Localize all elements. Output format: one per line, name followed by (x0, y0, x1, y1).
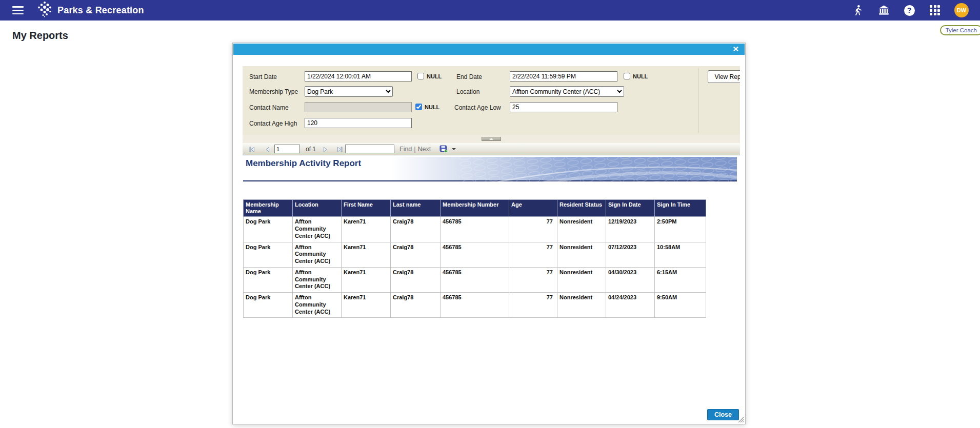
cell: Karen71 (342, 242, 391, 267)
app-logo-icon (37, 1, 52, 19)
contact-age-low-input[interactable] (510, 102, 617, 112)
start-date-input[interactable] (305, 71, 412, 81)
collapse-handle[interactable] (482, 137, 501, 141)
cell: Craig78 (391, 217, 441, 242)
contact-age-high-label: Contact Age High (249, 120, 297, 127)
start-date-label: Start Date (249, 73, 277, 80)
cell: 456785 (441, 293, 509, 318)
location-select[interactable]: Affton Community Center (ACC) (510, 86, 624, 97)
app-title: Parks & Recreation (57, 5, 144, 16)
report-table: Membership Name Location First Name Last… (243, 199, 706, 318)
help-icon[interactable]: ? (903, 4, 915, 16)
cell: 07/12/2023 (606, 242, 655, 267)
start-date-null-label: NULL (427, 73, 442, 79)
cell: 04/24/2023 (606, 293, 655, 318)
prev-page-icon[interactable] (264, 146, 271, 155)
cell: 2:50PM (655, 217, 706, 242)
first-page-icon[interactable] (249, 146, 255, 155)
col-last-name: Last name (391, 200, 441, 217)
table-header-row: Membership Name Location First Name Last… (244, 200, 706, 217)
end-date-null-checkbox[interactable] (624, 73, 630, 79)
cell: 456785 (441, 267, 509, 292)
cell: Dog Park (244, 217, 293, 242)
membership-type-select[interactable]: Dog Park (305, 86, 393, 97)
contact-age-high-input[interactable] (305, 118, 412, 128)
page-number-input[interactable] (274, 145, 300, 153)
col-first-name: First Name (342, 200, 391, 217)
tyler-coach-badge[interactable]: Tyler Coach (940, 25, 980, 35)
collapse-arrow-icon (489, 138, 493, 140)
cell: 12/19/2023 (606, 217, 655, 242)
col-membership-name: Membership Name (244, 200, 293, 217)
next-page-icon[interactable] (322, 146, 329, 155)
cell: Craig78 (391, 242, 441, 267)
start-date-null-checkbox[interactable] (417, 73, 424, 79)
report-dialog: ✕ Start Date NULL End Date NULL Membersh… (232, 43, 746, 424)
contact-name-null-checkbox[interactable] (415, 104, 422, 110)
cell: Affton Community Center (ACC) (293, 293, 342, 318)
close-button[interactable]: Close (707, 409, 739, 420)
end-date-label: End Date (456, 73, 482, 80)
bank-icon[interactable] (877, 4, 890, 16)
params-splitter (243, 135, 740, 143)
cell: 456785 (441, 217, 509, 242)
cell: Nonresident (557, 267, 606, 292)
col-age: Age (509, 200, 557, 217)
cell: Karen71 (342, 267, 391, 292)
report-parameters-panel: Start Date NULL End Date NULL Membership… (243, 66, 740, 135)
table-row: Dog Park Affton Community Center (ACC) K… (244, 217, 706, 242)
end-date-null-label: NULL (633, 73, 648, 79)
cell: Nonresident (557, 217, 606, 242)
table-row: Dog Park Affton Community Center (ACC) K… (244, 267, 706, 292)
cell: Craig78 (391, 293, 441, 318)
membership-type-label: Membership Type (249, 88, 298, 95)
cell: 77 (509, 217, 557, 242)
col-sign-in-date: Sign In Date (606, 200, 655, 217)
contact-name-input[interactable] (305, 102, 412, 112)
cell: 04/30/2023 (606, 267, 655, 292)
view-report-button[interactable]: View Report (708, 70, 740, 83)
top-navbar: Parks & Recreation ? DW (0, 0, 980, 21)
table-row: Dog Park Affton Community Center (ACC) K… (244, 293, 706, 318)
col-membership-number: Membership Number (441, 200, 509, 217)
cell: Affton Community Center (ACC) (293, 242, 342, 267)
cell: Karen71 (342, 217, 391, 242)
user-avatar[interactable]: DW (954, 3, 969, 17)
location-label: Location (456, 88, 479, 95)
report-title-banner: Membership Activity Report (243, 157, 737, 181)
end-date-input[interactable] (510, 71, 617, 81)
find-next-links[interactable]: Find|Next (399, 146, 431, 153)
panel-divider (698, 68, 699, 133)
cell: 456785 (441, 242, 509, 267)
last-page-icon[interactable] (336, 146, 343, 155)
col-resident-status: Resident Status (557, 200, 606, 217)
export-caret-icon[interactable] (452, 148, 456, 150)
resize-grip[interactable] (738, 417, 744, 423)
menu-icon[interactable] (12, 6, 24, 14)
page-count-label: of 1 (306, 146, 316, 153)
dialog-titlebar: ✕ (233, 44, 745, 55)
cell: 77 (509, 293, 557, 318)
cell: Affton Community Center (ACC) (293, 217, 342, 242)
col-location: Location (293, 200, 342, 217)
report-toolbar: of 1 Find|Next (243, 143, 740, 155)
cell: Dog Park (244, 242, 293, 267)
cell: Karen71 (342, 293, 391, 318)
table-row: Dog Park Affton Community Center (ACC) K… (244, 242, 706, 267)
find-text-input[interactable] (345, 145, 394, 153)
cell: 77 (509, 242, 557, 267)
cell: Nonresident (557, 293, 606, 318)
report-body: Membership Activity Report Membership Na… (243, 155, 740, 409)
apps-grid-icon[interactable] (929, 4, 941, 16)
close-icon[interactable]: ✕ (732, 45, 739, 54)
walker-icon[interactable] (852, 4, 864, 16)
cell: 9:50AM (655, 293, 706, 318)
col-sign-in-time: Sign In Time (655, 200, 706, 217)
export-icon[interactable] (439, 145, 449, 155)
contact-age-low-label: Contact Age Low (454, 104, 501, 111)
cell: Affton Community Center (ACC) (293, 267, 342, 292)
cell: Craig78 (391, 267, 441, 292)
cell: 6:15AM (655, 267, 706, 292)
cell: Nonresident (557, 242, 606, 267)
report-title: Membership Activity Report (246, 158, 361, 169)
